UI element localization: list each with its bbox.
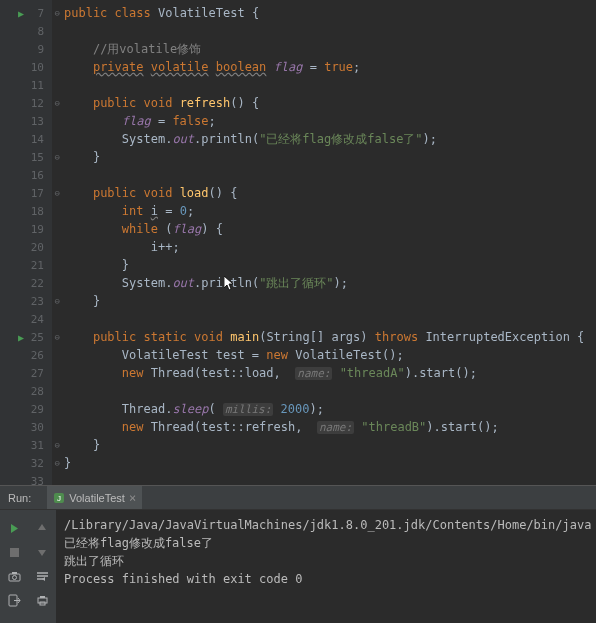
run-config-icon: J: [53, 492, 65, 504]
rerun-button[interactable]: [0, 516, 28, 540]
line-number: 21: [31, 259, 44, 272]
line-number: 14: [31, 133, 44, 146]
down-button[interactable]: [28, 540, 56, 564]
console-output[interactable]: /Library/Java/JavaVirtualMachines/jdk1.8…: [56, 510, 596, 623]
console-line: /Library/Java/JavaVirtualMachines/jdk1.8…: [64, 516, 596, 534]
line-number: 23: [31, 295, 44, 308]
up-button[interactable]: [28, 516, 56, 540]
run-header: Run: J VolatileTest ×: [0, 486, 596, 510]
console-line: Process finished with exit code 0: [64, 570, 596, 588]
line-number: 20: [31, 241, 44, 254]
run-tab-title: VolatileTest: [69, 492, 125, 504]
line-number: 26: [31, 349, 44, 362]
run-tab[interactable]: J VolatileTest ×: [47, 486, 142, 509]
line-number: 18: [31, 205, 44, 218]
line-number: 13: [31, 115, 44, 128]
code-editor[interactable]: public class VolatileTest { //用volatile修…: [52, 0, 596, 485]
line-number: 11: [31, 79, 44, 92]
run-toolbar: [0, 510, 56, 623]
line-number: 32: [31, 457, 44, 470]
stop-button[interactable]: [0, 540, 28, 564]
print-icon[interactable]: [28, 588, 56, 612]
line-number: 10: [31, 61, 44, 74]
line-number: 27: [31, 367, 44, 380]
line-number: 17: [31, 187, 44, 200]
console-line: 跳出了循环: [64, 552, 596, 570]
console-line: 已经将flag修改成false了: [64, 534, 596, 552]
exit-icon[interactable]: [0, 588, 28, 612]
close-icon[interactable]: ×: [129, 491, 136, 505]
run-gutter-icon[interactable]: ▶: [18, 8, 24, 19]
line-number: 8: [37, 25, 44, 38]
line-number: 29: [31, 403, 44, 416]
line-number: 28: [31, 385, 44, 398]
line-number: 33: [31, 475, 44, 486]
run-gutter-icon[interactable]: ▶: [18, 332, 24, 343]
svg-point-4: [12, 575, 16, 579]
gutter: ▶7⊖ 8 9 10 11 12⊖ 13 14 15⊖ 16 17⊖ 18 19…: [0, 0, 52, 485]
line-number: 15: [31, 151, 44, 164]
line-number: 31: [31, 439, 44, 452]
soft-wrap-icon[interactable]: [28, 564, 56, 588]
line-number: 19: [31, 223, 44, 236]
line-number: 24: [31, 313, 44, 326]
camera-icon[interactable]: [0, 564, 28, 588]
editor-panel: ▶7⊖ 8 9 10 11 12⊖ 13 14 15⊖ 16 17⊖ 18 19…: [0, 0, 596, 485]
line-number: 7: [37, 7, 44, 20]
svg-text:J: J: [57, 494, 61, 503]
line-number: 16: [31, 169, 44, 182]
line-number: 25: [31, 331, 44, 344]
line-number: 30: [31, 421, 44, 434]
run-tool-window: Run: J VolatileTest ×: [0, 485, 596, 623]
line-number: 12: [31, 97, 44, 110]
svg-rect-2: [10, 548, 19, 557]
svg-rect-8: [40, 596, 45, 598]
line-number: 9: [37, 43, 44, 56]
svg-rect-5: [12, 572, 17, 574]
run-label: Run:: [8, 492, 31, 504]
line-number: 22: [31, 277, 44, 290]
